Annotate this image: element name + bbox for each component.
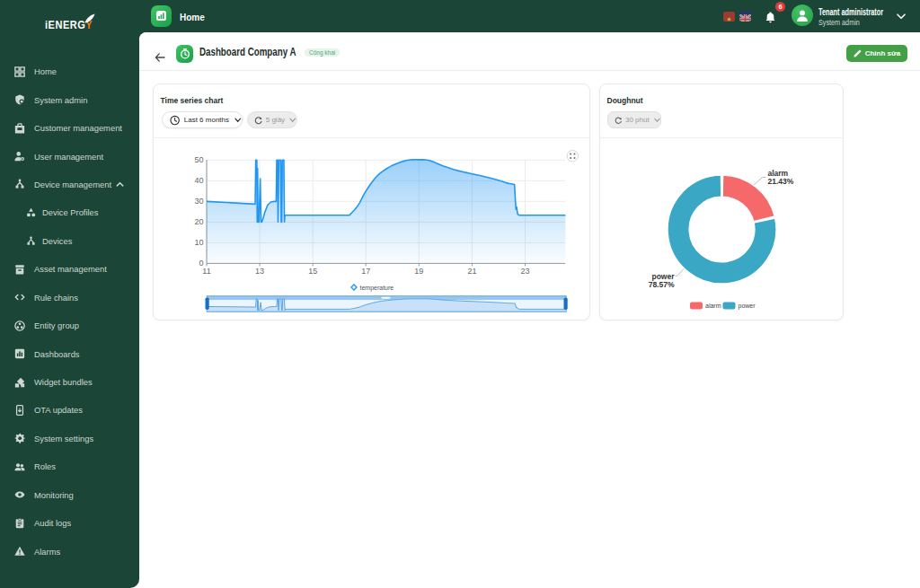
- svg-text:13: 13: [255, 267, 264, 276]
- svg-text:50: 50: [194, 155, 203, 164]
- svg-text:17: 17: [361, 267, 370, 276]
- svg-text:temperature: temperature: [359, 285, 394, 292]
- svg-text:78.57%: 78.57%: [648, 280, 674, 289]
- svg-text:alarm: alarm: [705, 303, 721, 309]
- svg-text:21.43%: 21.43%: [767, 177, 793, 186]
- svg-text:11: 11: [202, 267, 210, 276]
- svg-text:power: power: [738, 303, 756, 310]
- svg-text:19: 19: [414, 267, 423, 276]
- svg-text:30: 30: [194, 197, 203, 206]
- svg-text:21: 21: [467, 267, 476, 276]
- svg-text:20: 20: [194, 217, 203, 226]
- svg-text:15: 15: [308, 267, 317, 276]
- svg-text:10: 10: [194, 238, 203, 247]
- svg-text:40: 40: [194, 176, 203, 185]
- svg-text:23: 23: [520, 267, 529, 276]
